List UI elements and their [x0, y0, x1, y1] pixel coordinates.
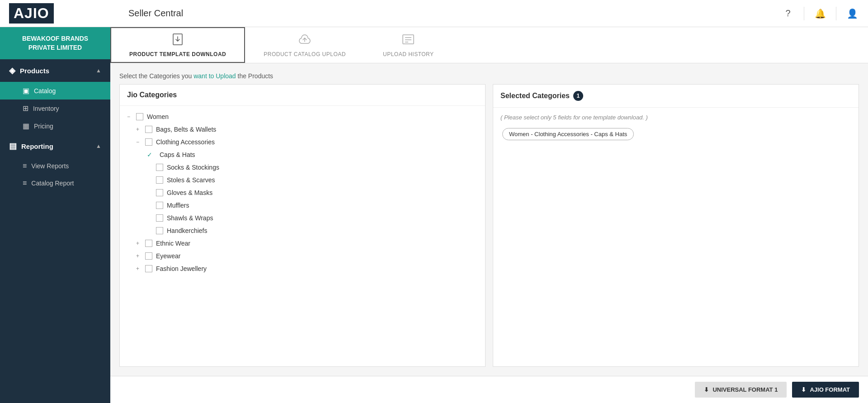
universal-format-download-icon: ⬇: [704, 386, 709, 393]
cat-row-mufflers[interactable]: Mufflers: [120, 199, 485, 212]
two-panel: Jio Categories − Women + Bags, Belts: [119, 84, 859, 367]
selected-tag-1-label: Women - Clothing Accessories - Caps & Ha…: [509, 131, 627, 137]
sidebar-item-inventory[interactable]: ⊞ Inventory: [0, 100, 110, 117]
reporting-section-header[interactable]: ▤ Reporting ▲: [0, 135, 110, 157]
jio-categories-panel: Jio Categories − Women + Bags, Belts: [119, 84, 486, 367]
reporting-arrow: ▲: [96, 143, 101, 149]
cat-check-women[interactable]: [136, 113, 143, 120]
cat-toggle-bags: +: [136, 126, 145, 133]
products-section-header[interactable]: ◈ Products ▲: [0, 59, 110, 82]
cat-check-shawls[interactable]: [156, 214, 163, 222]
cat-row-eyewear[interactable]: + Eyewear: [120, 250, 485, 262]
catalog-report-icon: ≡: [23, 179, 27, 187]
cat-check-mufflers[interactable]: [156, 202, 163, 209]
cat-label-socks: Socks & Stockings: [167, 164, 219, 171]
catalog-icon: ▣: [23, 86, 29, 95]
cat-toggle-eyewear: +: [136, 253, 145, 259]
cat-toggle-women: −: [127, 114, 136, 120]
cat-label-ethnic: Ethnic Wear: [156, 240, 190, 247]
notifications-icon[interactable]: 🔔: [813, 7, 827, 20]
cat-check-gloves[interactable]: [156, 189, 163, 196]
reporting-icon: ▤: [9, 141, 17, 151]
cat-check-clothing[interactable]: [145, 138, 152, 146]
tab-upload-history[interactable]: UPLOAD HISTORY: [364, 27, 453, 63]
cat-check-eyewear[interactable]: [145, 252, 152, 260]
pricing-icon: ▦: [23, 122, 29, 130]
help-icon[interactable]: ?: [781, 7, 795, 20]
pricing-label: Pricing: [34, 123, 53, 130]
sidebar-item-view-reports[interactable]: ≡ View Reports: [0, 157, 110, 175]
tab-catalog-upload-label: PRODUCT CATALOG UPLOAD: [264, 51, 346, 57]
ajio-format-download-icon: ⬇: [801, 386, 806, 393]
cat-label-gloves: Gloves & Masks: [167, 189, 212, 196]
selected-categories-title: Selected Categories: [500, 92, 570, 100]
header-divider: [804, 7, 804, 20]
reporting-label: Reporting: [21, 142, 53, 150]
cat-label-stoles: Stoles & Scarves: [167, 176, 215, 184]
cat-label-mufflers: Mufflers: [167, 202, 189, 209]
sidebar-item-pricing[interactable]: ▦ Pricing: [0, 117, 110, 135]
cat-check-ethnic[interactable]: [145, 240, 152, 247]
template-download-tab-icon: [171, 33, 184, 48]
selected-tag-1[interactable]: Women - Clothing Accessories - Caps & Ha…: [502, 128, 634, 140]
cat-row-caps[interactable]: ✓ Caps & Hats: [120, 148, 485, 161]
sidebar-section-products: ◈ Products ▲ ▣ Catalog ⊞ Inventory ▦ Pri…: [0, 59, 110, 135]
ajio-format-label: AJIO FORMAT: [810, 386, 850, 393]
tab-template-download-label: PRODUCT TEMPLATE DOWNLOAD: [129, 51, 226, 57]
cat-label-bags: Bags, Belts & Wallets: [156, 126, 216, 133]
header-divider-2: [836, 7, 836, 20]
header-icons: ? 🔔 👤: [781, 7, 859, 20]
cat-row-ethnic[interactable]: + Ethnic Wear: [120, 237, 485, 250]
sidebar-item-catalog[interactable]: ▣ Catalog: [0, 82, 110, 100]
top-header: AJIO Seller Central ? 🔔 👤: [0, 0, 868, 27]
cat-label-caps: Caps & Hats: [160, 151, 195, 158]
inventory-icon: ⊞: [23, 104, 28, 113]
tab-catalog-upload[interactable]: PRODUCT CATALOG UPLOAD: [245, 27, 364, 63]
header-logo: AJIO: [9, 3, 119, 24]
cat-row-clothing-acc[interactable]: − Clothing Accessories: [120, 136, 485, 148]
cat-row-gloves[interactable]: Gloves & Masks: [120, 186, 485, 199]
cat-row-socks[interactable]: Socks & Stockings: [120, 161, 485, 174]
inventory-label: Inventory: [33, 105, 59, 112]
selected-tags-container: Women - Clothing Accessories - Caps & Ha…: [500, 126, 851, 142]
sidebar-section-reporting: ▤ Reporting ▲ ≡ View Reports ≡ Catalog R…: [0, 135, 110, 192]
catalog-label: Catalog: [34, 87, 56, 95]
universal-format-button[interactable]: ⬇ UNIVERSAL FORMAT 1: [695, 382, 787, 398]
cat-label-shawls: Shawls & Wraps: [167, 214, 213, 222]
tabs-bar: PRODUCT TEMPLATE DOWNLOAD PRODUCT CATALO…: [110, 27, 868, 63]
cat-label-clothing: Clothing Accessories: [156, 138, 215, 146]
cat-row-stoles[interactable]: Stoles & Scarves: [120, 174, 485, 186]
cat-row-fashion-j[interactable]: + Fashion Jewellery: [120, 262, 485, 275]
cat-toggle-fashion-j: +: [136, 266, 145, 272]
selected-categories-panel: Selected Categories 1 ( Please select on…: [493, 84, 859, 367]
logo-text: AJIO: [9, 3, 54, 24]
page-subtitle: Select the Categories you want to Upload…: [119, 72, 859, 80]
account-icon[interactable]: 👤: [845, 7, 859, 20]
catalog-upload-tab-icon: [298, 33, 311, 48]
sidebar-item-catalog-report[interactable]: ≡ Catalog Report: [0, 175, 110, 192]
cat-row-shawls[interactable]: Shawls & Wraps: [120, 212, 485, 224]
cat-toggle-ethnic: +: [136, 240, 145, 247]
cat-check-bags[interactable]: [145, 126, 152, 133]
ajio-format-button[interactable]: ⬇ AJIO FORMAT: [792, 382, 859, 398]
cat-row-women[interactable]: − Women: [120, 110, 485, 123]
cat-row-handkerchiefs[interactable]: Handkerchiefs: [120, 224, 485, 237]
category-tree: − Women + Bags, Belts & Wallets −: [120, 106, 485, 366]
products-icon: ◈: [9, 66, 15, 76]
cat-row-bags[interactable]: + Bags, Belts & Wallets: [120, 123, 485, 136]
sidebar: BEWAKOOF BRANDS PRIVATE LIMITED ◈ Produc…: [0, 27, 110, 403]
cat-label-fashion-j: Fashion Jewellery: [156, 265, 207, 272]
main-layout: BEWAKOOF BRANDS PRIVATE LIMITED ◈ Produc…: [0, 27, 868, 403]
cat-check-fashion-j[interactable]: [145, 265, 152, 272]
view-reports-icon: ≡: [23, 162, 27, 170]
header-title: Seller Central: [119, 8, 781, 19]
right-panel-body: ( Please select only 5 fields for one te…: [493, 108, 859, 366]
page-content: Select the Categories you want to Upload…: [110, 63, 868, 376]
cat-check-socks[interactable]: [156, 164, 163, 171]
cat-check-handkerchiefs[interactable]: [156, 227, 163, 234]
cat-check-stoles[interactable]: [156, 176, 163, 184]
tab-template-download[interactable]: PRODUCT TEMPLATE DOWNLOAD: [110, 27, 245, 63]
svg-rect-1: [403, 35, 414, 44]
sidebar-brand: BEWAKOOF BRANDS PRIVATE LIMITED: [0, 27, 110, 59]
catalog-report-label: Catalog Report: [31, 180, 74, 187]
